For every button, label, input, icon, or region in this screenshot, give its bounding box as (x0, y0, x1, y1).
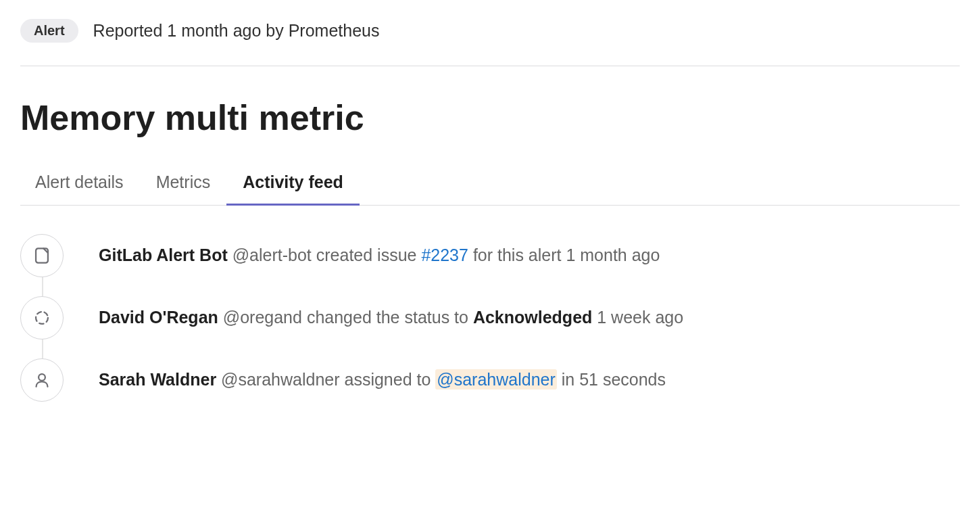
tab-metrics[interactable]: Metrics (140, 172, 227, 206)
feed-event: Sarah Waldner @sarahwaldner assigned to … (20, 358, 960, 402)
user-icon (20, 358, 64, 402)
feed-event-text: David O'Regan @oregand changed the statu… (99, 305, 683, 331)
event-pre: created issue (316, 245, 417, 264)
event-pre: changed the status to (307, 308, 468, 327)
feed-event: David O'Regan @oregand changed the statu… (20, 296, 960, 339)
svg-point-1 (36, 312, 48, 324)
issue-icon (20, 234, 64, 277)
alert-badge: Alert (20, 19, 78, 43)
activity-feed: GitLab Alert Bot @alert-bot created issu… (20, 234, 960, 402)
reported-text: Reported 1 month ago by Prometheus (93, 21, 380, 41)
issue-link[interactable]: #2237 (421, 245, 468, 264)
page-title: Memory multi metric (20, 99, 960, 137)
event-post: for this alert 1 month ago (473, 245, 660, 264)
alert-meta-row: Alert Reported 1 month ago by Prometheus (0, 0, 980, 66)
event-handle: @oregand (223, 308, 302, 327)
event-status: Acknowledged (473, 308, 592, 327)
divider (20, 66, 960, 66)
event-actor: David O'Regan (99, 308, 218, 327)
tabs: Alert details Metrics Activity feed (20, 172, 960, 206)
feed-event-text: Sarah Waldner @sarahwaldner assigned to … (99, 367, 666, 393)
event-handle: @alert-bot (232, 245, 312, 264)
event-actor: GitLab Alert Bot (99, 245, 228, 264)
event-pre: assigned to (345, 370, 431, 389)
feed-event: GitLab Alert Bot @alert-bot created issu… (20, 234, 960, 277)
status-icon (20, 296, 64, 339)
tab-activity-feed[interactable]: Activity feed (226, 172, 360, 206)
event-post: in 51 seconds (562, 370, 666, 389)
event-post: 1 week ago (597, 308, 683, 327)
event-actor: Sarah Waldner (99, 370, 216, 389)
svg-point-2 (39, 374, 45, 381)
tab-alert-details[interactable]: Alert details (20, 172, 140, 206)
event-handle: @sarahwaldner (221, 370, 339, 389)
user-mention[interactable]: @sarahwaldner (435, 369, 556, 390)
feed-event-text: GitLab Alert Bot @alert-bot created issu… (99, 243, 660, 268)
